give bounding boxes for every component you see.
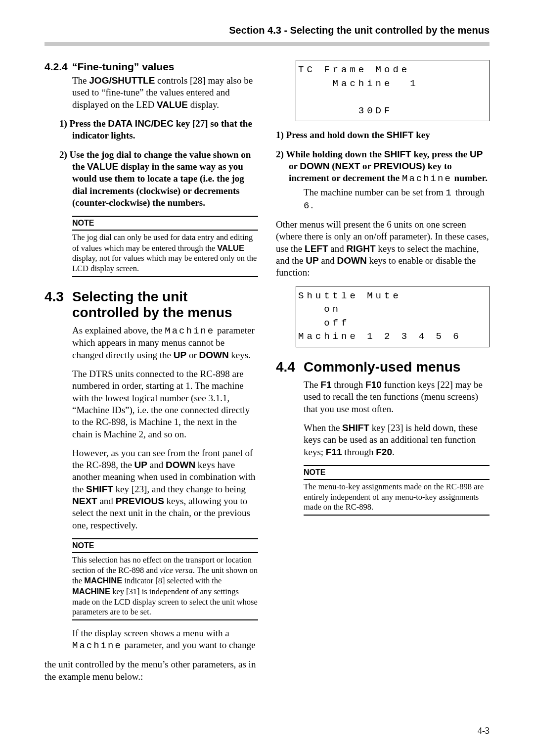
note-block: NOTE The menu-to-key assignments made on… — [304, 465, 490, 516]
step-1: 1) Press the DATA INC/DEC key [27] so th… — [59, 118, 258, 142]
note-block: NOTE This selection has no effect on the… — [72, 538, 258, 620]
body-text: The JOG/SHUTTLE controls [28] may also b… — [72, 75, 258, 111]
body-text: Other menus will present the 6 units on … — [276, 219, 490, 279]
body-text: the unit controlled by the menu’s other … — [44, 659, 258, 683]
body-text: The F1 through F10 function keys [22] ma… — [304, 379, 490, 415]
body-text: When the SHIFT key [23] is held down, th… — [304, 422, 490, 458]
step-1: 1) Press and hold down the SHIFT key — [276, 129, 490, 141]
body-text: However, as you can see from the front p… — [72, 447, 258, 531]
page-header: Section 4.3 - Selecting the unit control… — [44, 25, 490, 39]
header-rule — [44, 42, 490, 46]
document-page: Section 4.3 - Selecting the unit control… — [0, 0, 534, 756]
body-text: The DTRS units connected to the RC-898 a… — [72, 368, 258, 440]
content-columns: 4.2.4“Fine-tuning” values The JOG/SHUTTL… — [44, 60, 490, 688]
lcd-display-1: TC Frame Mode Machine 1 30DF — [296, 60, 490, 121]
body-text: If the display screen shows a menu with … — [72, 627, 258, 652]
step-2: 2) Use the jog dial to change the value … — [59, 149, 258, 209]
step-2: 2) While holding down the SHIFT key, pre… — [276, 148, 490, 185]
heading-4-3: 4.3Selecting the unit controlled by the … — [44, 289, 258, 321]
heading-4-2-4: 4.2.4“Fine-tuning” values — [44, 61, 258, 73]
note-block: NOTE The jog dial can only be used for d… — [72, 216, 258, 277]
page-number: 4-3 — [478, 726, 490, 736]
body-text: As explained above, the Machine paramete… — [72, 325, 258, 361]
lcd-display-2: Shuttle Mute on off Machine 1 2 3 4 5 6 — [296, 286, 490, 347]
heading-4-4: 4.4Commonly-used menus — [276, 359, 490, 375]
step-2-sub: The machine number can be set from 1 thr… — [304, 187, 490, 212]
